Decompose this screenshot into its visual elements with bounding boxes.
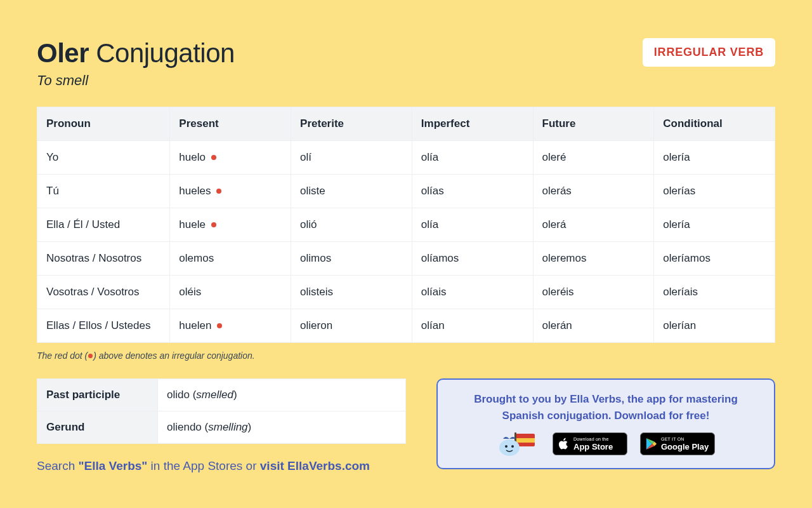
conjugation-cell: olerán <box>533 309 654 343</box>
conjugation-cell: olí <box>291 141 412 175</box>
column-header: Pronoun <box>37 107 170 141</box>
irregular-badge: IRREGULAR VERB <box>643 38 775 67</box>
svg-rect-1 <box>516 438 535 443</box>
column-header: Conditional <box>654 107 775 141</box>
promo-box: Brought to you by Ella Verbs, the app fo… <box>436 378 775 469</box>
conjugation-cell: oleréis <box>533 276 654 309</box>
conjugation-cell: olemos <box>170 242 291 276</box>
table-row: Yohuelo olí olía oleré olería <box>37 141 775 175</box>
irregular-note: The red dot () above denotes an irregula… <box>37 351 775 361</box>
conjugation-cell: huelo <box>170 141 291 175</box>
svg-point-4 <box>505 445 508 448</box>
conjugation-cell: olerá <box>533 208 654 242</box>
dot-icon <box>88 354 93 358</box>
conjugation-cell: oliste <box>291 175 412 208</box>
google-play-badge[interactable]: GET IT ON Google Play <box>640 432 715 455</box>
table-row: Ellas / Ellos / Ustedeshuelen olieron ol… <box>37 309 775 343</box>
conjugation-cell: olería <box>654 208 775 242</box>
table-row: Nosotras / Nosotrosolemos olimos olíamos… <box>37 242 775 276</box>
conjugation-cell: olería <box>654 141 775 175</box>
search-instruction: Search "Ella Verbs" in the App Stores or… <box>37 459 406 473</box>
conjugation-cell: olerás <box>533 175 654 208</box>
conjugation-cell: olerían <box>654 309 775 343</box>
conjugation-cell: huelen <box>170 309 291 343</box>
table-row: Ella / Él / Ustedhuele olió olía olerá o… <box>37 208 775 242</box>
pronoun-cell: Tú <box>37 175 170 208</box>
page-title: Oler Conjugation <box>37 38 235 69</box>
conjugation-cell: olíamos <box>412 242 533 276</box>
app-store-badge[interactable]: Download on the App Store <box>553 432 627 455</box>
past-participle-value: olido (smelled) <box>158 379 406 411</box>
pronoun-cell: Yo <box>37 141 170 175</box>
svg-point-5 <box>511 445 514 448</box>
column-header: Present <box>170 107 291 141</box>
table-row: Túhueles oliste olías olerás olerías <box>37 175 775 208</box>
verb-name: Oler <box>37 38 89 68</box>
pronoun-cell: Vosotras / Vosotros <box>37 276 170 309</box>
pronoun-cell: Ellas / Ellos / Ustedes <box>37 309 170 343</box>
conjugation-cell: olía <box>412 141 533 175</box>
conjugation-cell: oleré <box>533 141 654 175</box>
column-header: Future <box>533 107 654 141</box>
irregular-dot-icon <box>211 222 216 227</box>
conjugation-cell: olerías <box>654 175 775 208</box>
past-participle-label: Past participle <box>37 379 158 411</box>
svg-point-3 <box>499 439 520 456</box>
table-row: Gerund oliendo (smelling) <box>37 411 406 444</box>
ella-verbs-logo-icon <box>497 431 540 457</box>
conjugation-cell: olimos <box>291 242 412 276</box>
apple-icon <box>558 438 570 450</box>
conjugation-cell: olieron <box>291 309 412 343</box>
conjugation-cell: oleríamos <box>654 242 775 276</box>
pronoun-cell: Nosotras / Nosotros <box>37 242 170 276</box>
conjugation-table: PronounPresentPreteriteImperfectFutureCo… <box>37 107 775 343</box>
table-row: Vosotras / Vosotrosoléis olisteis olíais… <box>37 276 775 309</box>
irregular-dot-icon <box>217 323 222 328</box>
title-suffix: Conjugation <box>96 38 235 68</box>
conjugation-cell: oleremos <box>533 242 654 276</box>
pronoun-cell: Ella / Él / Usted <box>37 208 170 242</box>
conjugation-cell: hueles <box>170 175 291 208</box>
conjugation-cell: olió <box>291 208 412 242</box>
conjugation-cell: olisteis <box>291 276 412 309</box>
irregular-dot-icon <box>216 189 221 194</box>
conjugation-cell: oléis <box>170 276 291 309</box>
verb-translation: To smell <box>37 72 235 89</box>
irregular-dot-icon <box>211 155 216 160</box>
gerund-label: Gerund <box>37 411 158 444</box>
conjugation-cell: olíais <box>412 276 533 309</box>
conjugation-cell: olían <box>412 309 533 343</box>
google-play-icon <box>646 438 657 450</box>
conjugation-cell: huele <box>170 208 291 242</box>
conjugation-cell: olía <box>412 208 533 242</box>
conjugation-cell: olías <box>412 175 533 208</box>
forms-table: Past participle olido (smelled) Gerund o… <box>37 378 406 444</box>
column-header: Imperfect <box>412 107 533 141</box>
column-header: Preterite <box>291 107 412 141</box>
gerund-value: oliendo (smelling) <box>158 411 406 444</box>
table-row: Past participle olido (smelled) <box>37 379 406 411</box>
promo-text: Brought to you by Ella Verbs, the app fo… <box>453 391 759 424</box>
conjugation-cell: oleríais <box>654 276 775 309</box>
